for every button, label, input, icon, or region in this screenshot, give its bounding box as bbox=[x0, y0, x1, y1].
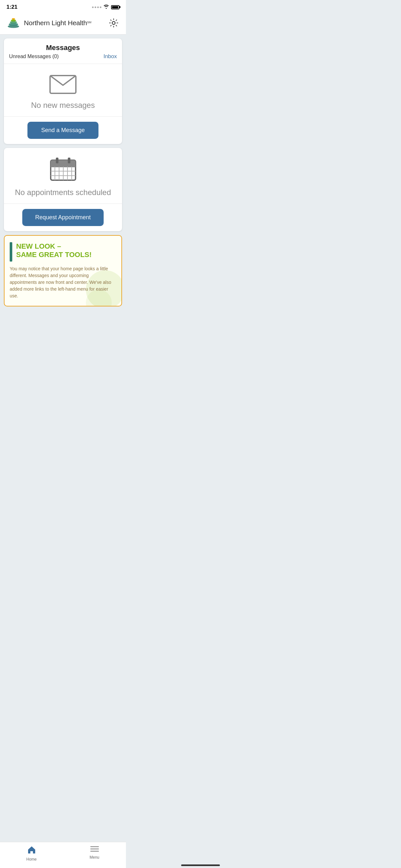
status-bar: 1:21 bbox=[0, 0, 126, 13]
logo-container: Northern Light HealthSM bbox=[6, 17, 91, 29]
no-messages-text: No new messages bbox=[31, 101, 95, 110]
svg-rect-11 bbox=[56, 158, 58, 163]
send-message-button[interactable]: Send a Message bbox=[27, 122, 98, 139]
messages-card-body: No new messages bbox=[4, 64, 122, 117]
unread-messages-label: Unread Messages (0) bbox=[9, 54, 59, 59]
no-appointments-text: No appointments scheduled bbox=[15, 188, 111, 197]
promo-heading-row: NEW LOOK – SAME GREAT TOOLS! bbox=[10, 242, 116, 261]
promo-heading-line2: SAME GREAT TOOLS! bbox=[16, 251, 92, 259]
promo-content: NEW LOOK – SAME GREAT TOOLS! You may not… bbox=[10, 242, 116, 299]
messages-card-header: Messages Unread Messages (0) Inbox bbox=[4, 38, 122, 64]
status-icons bbox=[92, 4, 120, 10]
envelope-icon bbox=[49, 72, 78, 96]
promo-heading-line1: NEW LOOK – bbox=[16, 242, 92, 251]
calendar-icon bbox=[50, 156, 77, 183]
status-time: 1:21 bbox=[6, 4, 18, 10]
appointments-card: No appointments scheduled Request Appoin… bbox=[4, 148, 122, 231]
appointments-card-body: No appointments scheduled bbox=[4, 148, 122, 204]
messages-subrow: Unread Messages (0) Inbox bbox=[9, 53, 117, 60]
messages-title: Messages bbox=[9, 43, 117, 52]
svg-point-4 bbox=[12, 18, 15, 20]
svg-point-3 bbox=[11, 20, 16, 21]
promo-accent-bar bbox=[10, 242, 12, 261]
messages-card: Messages Unread Messages (0) Inbox No ne… bbox=[4, 38, 122, 144]
promo-card: NEW LOOK – SAME GREAT TOOLS! You may not… bbox=[4, 235, 122, 306]
battery-icon bbox=[111, 5, 120, 9]
logo-icon bbox=[6, 17, 21, 29]
svg-rect-12 bbox=[68, 158, 70, 163]
svg-point-6 bbox=[112, 22, 115, 25]
inbox-link[interactable]: Inbox bbox=[103, 53, 117, 60]
messages-card-action: Send a Message bbox=[4, 117, 122, 144]
wifi-icon bbox=[103, 4, 109, 10]
promo-body-text: You may notice that your home page looks… bbox=[10, 266, 116, 299]
appointments-card-action: Request Appointment bbox=[4, 204, 122, 231]
signal-icon bbox=[92, 6, 101, 8]
app-header: Northern Light HealthSM bbox=[0, 13, 126, 35]
logo-text: Northern Light HealthSM bbox=[24, 19, 91, 27]
settings-button[interactable] bbox=[108, 17, 120, 29]
messages-title-section: Messages Unread Messages (0) Inbox bbox=[9, 43, 117, 60]
request-appointment-button[interactable]: Request Appointment bbox=[22, 209, 104, 226]
main-content: Messages Unread Messages (0) Inbox No ne… bbox=[0, 35, 126, 332]
promo-heading: NEW LOOK – SAME GREAT TOOLS! bbox=[16, 242, 92, 259]
